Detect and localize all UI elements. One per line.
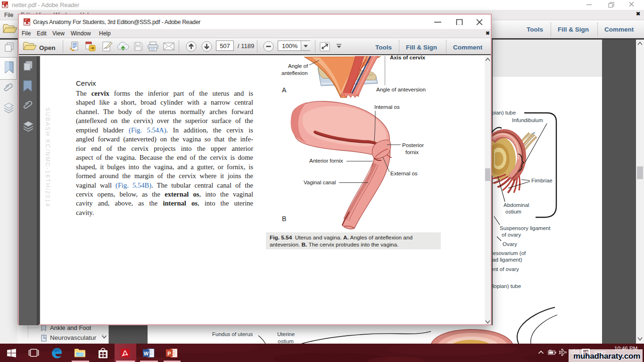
svg-text:muhadharaty.com: muhadharaty.com [573, 352, 640, 361]
svg-text:P: P [167, 351, 171, 356]
svg-text:W: W [144, 351, 149, 356]
